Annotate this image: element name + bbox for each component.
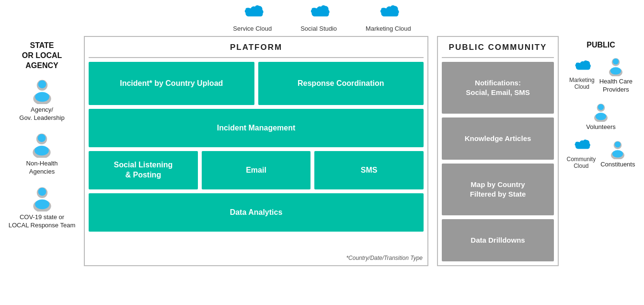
avatar-constituents [608,139,628,159]
marketing-cloud-logo: Marketing Cloud [366,5,411,32]
platform-row-3: Social Listening& Posting Email SMS [89,151,424,189]
healthcare-providers-group: MarketingCloud Health CareProviders [563,56,639,94]
main-row: STATEOR LOCAL AGENCY Agency/Gov. Leaders… [0,36,644,305]
notifications-box: Notifications:Social, Email, SMS [442,62,554,114]
constituents-group: CommunityCloud Constituents [563,139,639,169]
svg-point-15 [610,67,621,74]
community-area: PUBLIC COMMUNITY Notifications:Social, E… [433,36,563,266]
salesforce-cloud-icon-2 [308,5,330,23]
svg-point-22 [615,141,621,148]
constituents-label: Constituents [600,161,635,169]
platform-footnote: *Country/Date/Transition Type [346,255,423,261]
marketing-cloud-right-label: MarketingCloud [569,77,595,90]
right-sidebar: PUBLIC MarketingCloud Health [563,36,639,177]
community-title: PUBLIC COMMUNITY [442,41,554,54]
person-agency-label: Agency/Gov. Leadership [19,106,64,122]
platform-box: PLATFORM Incident* by Country Upload Res… [84,36,428,266]
svg-point-14 [613,59,619,65]
svg-point-19 [596,113,606,120]
svg-point-3 [35,92,49,102]
left-sidebar-title: STATEOR LOCAL AGENCY [5,41,79,70]
right-sidebar-title: PUBLIC [586,41,615,49]
data-analytics-box: Data Analytics [89,193,424,232]
svg-point-7 [35,146,49,156]
data-drilldowns-box: Data Drilldowns [442,219,554,261]
main-container: Service Cloud Social Studio Marketing Cl… [0,0,644,305]
community-box: PUBLIC COMMUNITY Notifications:Social, E… [437,36,559,266]
platform-row-4: Data Analytics [89,193,424,232]
volunteers-person: Volunteers [586,102,615,131]
platform-title: PLATFORM [89,41,424,54]
volunteers-label: Volunteers [586,123,615,131]
knowledge-articles-box: Knowledge Articles [442,117,554,160]
svg-point-2 [38,81,46,89]
svg-point-23 [612,150,623,157]
incident-upload-box: Incident* by Country Upload [89,62,254,105]
social-listening-box: Social Listening& Posting [89,151,198,189]
svg-point-11 [35,199,49,210]
svg-point-10 [38,188,46,196]
avatar-healthcare [606,56,626,76]
salesforce-cloud-icon [242,5,264,23]
service-cloud-label: Service Cloud [233,25,272,32]
volunteers-group: Volunteers [563,102,639,131]
person-covid-label: COV-19 state orLOCAL Response Team [9,213,75,230]
salesforce-cloud-icon-3 [377,5,399,23]
constituents-person: Constituents [600,139,635,169]
avatar-covid-team [29,185,56,211]
marketing-cloud-right-logo: MarketingCloud [569,60,595,90]
incident-management-box: Incident Management [89,109,424,147]
platform-inner: Incident* by Country Upload Response Coo… [89,57,424,252]
email-box: Email [202,151,311,189]
avatar-volunteers [591,102,611,122]
person-non-health-label: Non-HealthAgencies [26,160,58,176]
marketing-cloud-label: Marketing Cloud [366,25,411,32]
person-covid-team: COV-19 state orLOCAL Response Team [9,185,75,230]
healthcare-provider-person: Health CareProviders [599,56,632,94]
community-inner: Notifications:Social, Email, SMS Knowled… [442,57,554,261]
center-area: PLATFORM Incident* by Country Upload Res… [79,36,433,266]
person-agency-leadership: Agency/Gov. Leadership [19,77,64,122]
marketing-cloud-icon-right [573,60,591,75]
svg-point-6 [38,134,46,142]
community-cloud-label: CommunityCloud [567,156,596,169]
top-logos-row: Service Cloud Social Studio Marketing Cl… [0,0,644,36]
social-studio-logo: Social Studio [300,5,337,32]
service-cloud-logo: Service Cloud [233,5,272,32]
person-non-health: Non-HealthAgencies [26,131,58,176]
platform-row-2: Incident Management [89,109,424,147]
healthcare-provider-label: Health CareProviders [599,78,632,94]
left-sidebar: STATEOR LOCAL AGENCY Agency/Gov. Leaders… [5,36,79,238]
community-cloud-logo: CommunityCloud [567,139,596,169]
avatar-agency [29,77,56,104]
platform-row-1: Incident* by Country Upload Response Coo… [89,62,424,105]
response-coordination-box: Response Coordination [258,62,424,105]
sms-box: SMS [314,151,424,189]
social-studio-label: Social Studio [300,25,337,32]
avatar-non-health [28,131,55,158]
svg-point-18 [598,104,604,110]
map-box: Map by CountryFiltered by State [442,164,554,215]
community-cloud-icon [572,139,590,154]
